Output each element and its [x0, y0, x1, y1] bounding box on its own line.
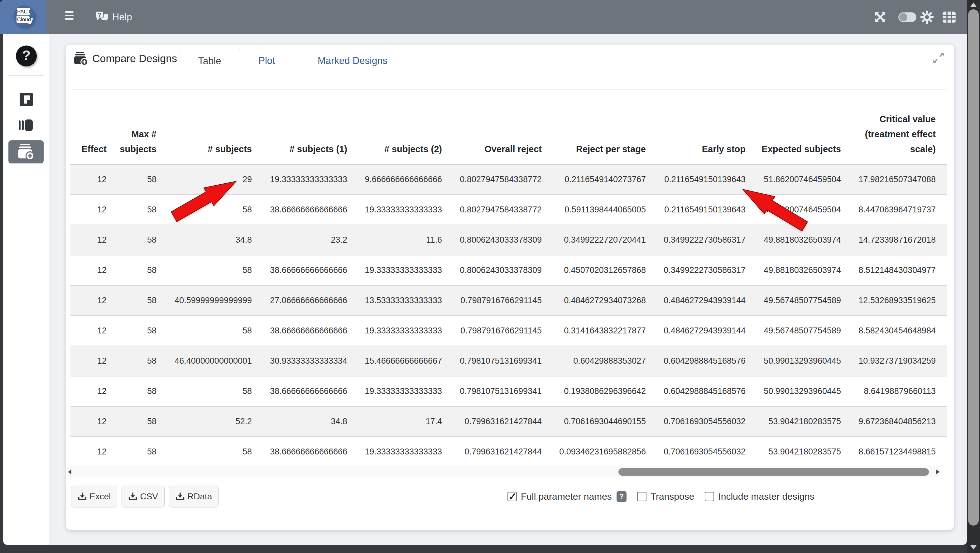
column-header: Expected subjects: [749, 97, 845, 164]
table-row[interactable]: 125846.4000000000000130.9333333333333415…: [70, 346, 947, 376]
table-cell: 49.88180326503974: [749, 255, 845, 285]
help-label: Help: [112, 11, 132, 23]
table-cell: 12: [70, 346, 110, 376]
results-table: EffectMax #subjects# subjects# subjects …: [70, 97, 947, 467]
table-cell: 17.98216507347088: [845, 164, 947, 194]
table-cell: 0.4507020312657868: [546, 255, 650, 285]
top-navbar: ? Help: [3, 0, 967, 34]
sidebar-item-designs-icon[interactable]: [20, 93, 33, 106]
vscroll-thumb[interactable]: [968, 10, 979, 526]
table-cell: 51.86200746459504: [749, 164, 845, 194]
scrollbar-thumb[interactable]: [619, 468, 929, 476]
table-cell: 53.9042180283575: [749, 406, 845, 437]
column-header: Overall reject: [446, 97, 546, 164]
table-cell: 19.33333333333333: [256, 164, 351, 194]
help-menu[interactable]: ? Help: [95, 8, 132, 27]
table-row[interactable]: 125852.234.817.40.7996316214278440.70616…: [70, 406, 947, 437]
column-header: Reject per stage: [546, 97, 650, 164]
sidebar-item-compare-designs[interactable]: [8, 140, 44, 163]
settings-gear-icon[interactable]: [920, 10, 934, 25]
option-transpose: Transpose: [637, 491, 694, 502]
grid-apps-icon[interactable]: [941, 10, 957, 24]
table-cell: 58: [110, 376, 160, 406]
table-cell: 49.88180326503974: [749, 225, 845, 255]
table-row[interactable]: 12585838.6666666666666619.33333333333333…: [70, 194, 947, 225]
table-cell: 58: [160, 316, 256, 346]
table-cell: 30.93333333333334: [256, 346, 351, 376]
table-cell: 0.8027947584338772: [446, 164, 546, 194]
table-cell: 8.447063964719737: [845, 194, 947, 225]
column-header: Critical value(treatment effectscale): [845, 97, 947, 164]
table-horizontal-scrollbar[interactable]: [67, 467, 940, 477]
app-logo[interactable]: PACT Cloud: [0, 0, 46, 34]
sidebar-toggle-button[interactable]: [65, 11, 76, 24]
table-cell: 38.66666666666666: [256, 316, 351, 346]
table-cell: 0.7061693044690155: [546, 406, 650, 437]
table-cell: 12: [70, 164, 110, 194]
table-cell: 19.33333333333333: [351, 194, 446, 225]
dark-mode-toggle[interactable]: [898, 12, 916, 22]
checkbox-label: Full parameter names: [521, 491, 612, 502]
download-excel-button[interactable]: Excel: [71, 486, 117, 507]
table-cell: 17.4: [351, 406, 446, 437]
table-cell: 0.2116549150139643: [650, 164, 749, 194]
table-cell: 12: [70, 255, 110, 285]
scroll-right-arrow[interactable]: [936, 469, 939, 474]
table-row[interactable]: 125834.823.211.60.80062430333783090.3499…: [70, 225, 947, 255]
table-cell: 38.66666666666666: [256, 437, 351, 467]
table-cell: 8.64198879660113: [845, 376, 947, 406]
download-buttons: ExcelCSVRData: [71, 486, 218, 507]
table-cell: 10.93273719034259: [845, 346, 947, 376]
table-cell: 0.8027947584338772: [446, 194, 546, 225]
table-row[interactable]: 12582919.333333333333339.666666666666666…: [70, 164, 947, 194]
scroll-left-arrow[interactable]: [68, 469, 72, 474]
table-cell: 0.4846272943939144: [650, 316, 749, 346]
table-row[interactable]: 125840.5999999999999927.0666666666666613…: [70, 285, 947, 316]
table-cell: 11.6: [351, 225, 446, 255]
download-rdata-button[interactable]: RData: [169, 486, 218, 507]
logo-text-2: Cloud: [13, 16, 35, 23]
table-cell: 9.672368404856213: [845, 406, 947, 437]
help-badge[interactable]: ?: [617, 491, 627, 502]
card-expand-icon[interactable]: [932, 51, 945, 65]
table-cell: 0.1938086296396642: [546, 376, 650, 406]
table-cell: 0.4846272943939144: [650, 285, 749, 316]
table-row[interactable]: 12585838.6666666666666619.33333333333333…: [70, 255, 947, 285]
question-help-icon[interactable]: ?: [16, 46, 37, 67]
table-cell: 27.06666666666666: [256, 285, 351, 316]
table-row[interactable]: 12585838.6666666666666619.33333333333333…: [70, 437, 947, 467]
column-header: Early stop: [650, 97, 749, 164]
tab-plot[interactable]: Plot: [248, 49, 286, 73]
table-cell: 15.46666666666667: [351, 346, 446, 376]
table-cell: 0.3499222730586317: [650, 225, 749, 255]
table-cell: 12: [70, 225, 110, 255]
table-cell: 58: [160, 376, 256, 406]
table-cell: 0.7061693054556032: [650, 437, 749, 467]
table-cell: 49.56748507754589: [749, 285, 845, 316]
table-row[interactable]: 12585838.6666666666666619.33333333333333…: [70, 376, 947, 406]
table-cell: 8.661571234498815: [845, 437, 947, 467]
vscroll-down-arrow[interactable]: [970, 545, 977, 550]
table-cell: 0.7987916766291145: [446, 285, 546, 316]
table-cell: 0.7981075131699341: [446, 346, 546, 376]
vscroll-up-arrow[interactable]: [970, 3, 977, 7]
table-cell: 0.8006243033378309: [446, 225, 546, 255]
column-header: Max #subjects: [110, 97, 160, 164]
table-cell: 13.53333333333333: [351, 285, 446, 316]
download-csv-button[interactable]: CSV: [122, 486, 165, 507]
table-cell: 29: [160, 164, 256, 194]
table-cell: 58: [160, 255, 256, 285]
checkbox[interactable]: [705, 492, 714, 501]
sidebar-item-collection-icon[interactable]: [19, 120, 33, 131]
results-table-head-row: EffectMax #subjects# subjects# subjects …: [70, 97, 947, 164]
checkbox[interactable]: [637, 492, 646, 501]
table-cell: 58: [110, 406, 160, 437]
tab-table[interactable]: Table: [179, 49, 240, 73]
table-cell: 0.7061693054556032: [650, 406, 749, 437]
option-include-master-designs: Include master designs: [705, 491, 815, 502]
tab-marked-designs[interactable]: Marked Designs: [309, 49, 396, 73]
checkbox[interactable]: ✓: [508, 492, 517, 501]
fullscreen-icon[interactable]: [873, 10, 888, 25]
table-row[interactable]: 12585838.6666666666666619.33333333333333…: [70, 316, 947, 346]
page-vertical-scrollbar[interactable]: [967, 0, 980, 553]
